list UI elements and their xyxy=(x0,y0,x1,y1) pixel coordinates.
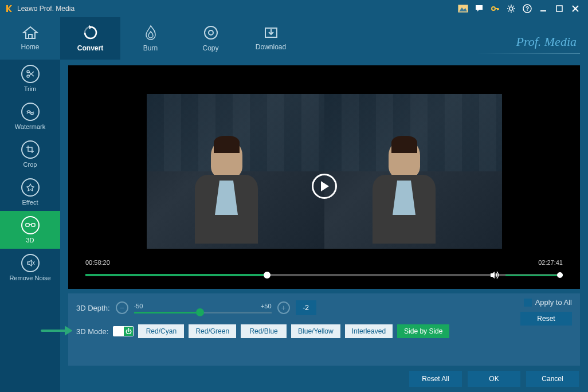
ok-button[interactable]: OK xyxy=(468,371,520,387)
sidebar-item-remove-noise[interactable]: Remove Noise xyxy=(0,249,60,287)
svg-text:?: ? xyxy=(526,6,529,12)
reset-all-button[interactable]: Reset All xyxy=(409,371,462,387)
crop-icon xyxy=(21,140,40,159)
svg-point-2 xyxy=(492,7,495,10)
sidebar-label: Crop xyxy=(23,161,37,168)
edit-sidebar: Trim Watermark Crop Effect 3D Remove Noi… xyxy=(0,60,60,392)
play-button[interactable] xyxy=(312,174,337,199)
tab-copy[interactable]: Copy xyxy=(181,17,241,60)
sidebar-label: Trim xyxy=(24,85,37,92)
sidebar-item-watermark[interactable]: Watermark xyxy=(0,97,60,135)
svg-rect-14 xyxy=(32,224,35,226)
sidebar-item-crop[interactable]: Crop xyxy=(0,135,60,173)
video-preview: 00:58:20 02:27:41 xyxy=(68,65,580,289)
svg-rect-7 xyxy=(556,6,562,11)
volume-slider[interactable] xyxy=(505,275,563,276)
tab-burn[interactable]: Burn xyxy=(120,17,181,60)
mode-side-by-side[interactable]: Side by Side xyxy=(397,324,449,338)
chat-icon[interactable] xyxy=(473,3,485,14)
svg-point-3 xyxy=(509,7,513,10)
svg-point-8 xyxy=(205,26,217,39)
mode-interleaved[interactable]: Interleaved xyxy=(345,324,393,338)
svg-point-12 xyxy=(27,75,29,77)
svg-rect-13 xyxy=(26,224,29,226)
svg-point-9 xyxy=(209,30,213,35)
sidebar-label: Watermark xyxy=(15,123,45,130)
tab-label: Convert xyxy=(77,44,103,52)
apply-all-checkbox[interactable] xyxy=(524,299,532,307)
depth-max-label: +50 xyxy=(261,303,272,309)
svg-point-11 xyxy=(27,70,29,73)
total-time: 02:27:41 xyxy=(538,259,563,266)
play-icon xyxy=(321,181,329,191)
burn-icon xyxy=(144,25,158,41)
sidebar-label: Effect xyxy=(22,199,38,206)
gear-icon[interactable] xyxy=(505,3,517,14)
brand-underline xyxy=(477,53,580,54)
sidebar-label: Remove Noise xyxy=(9,275,50,281)
effect-icon xyxy=(21,178,40,197)
mode-red-green[interactable]: Red/Green xyxy=(189,324,236,338)
tab-home[interactable]: Home xyxy=(0,17,60,60)
tab-download[interactable]: Download xyxy=(241,17,301,60)
key-icon[interactable] xyxy=(489,3,501,14)
tab-label: Home xyxy=(21,43,39,51)
tab-label: Burn xyxy=(143,44,158,52)
sidebar-item-trim[interactable]: Trim xyxy=(0,60,60,97)
mode-red-cyan[interactable]: Red/Cyan xyxy=(138,324,184,338)
video-frame-left xyxy=(147,94,324,249)
titlebar: Leawo Prof. Media ? xyxy=(0,0,588,17)
home-icon xyxy=(22,26,38,40)
watermark-icon xyxy=(21,103,40,121)
video-frame-right xyxy=(324,94,502,249)
close-icon[interactable] xyxy=(570,3,581,14)
apply-all-label: Apply to All xyxy=(535,298,572,307)
minimize-icon[interactable] xyxy=(538,3,549,14)
maximize-icon[interactable] xyxy=(554,3,565,14)
depth-label: 3D Depth: xyxy=(76,304,110,312)
volume-icon[interactable] xyxy=(489,271,500,280)
3d-glasses-icon xyxy=(21,216,40,234)
depth-increase-button[interactable]: + xyxy=(277,301,290,314)
sidebar-item-3d[interactable]: 3D xyxy=(0,211,60,249)
reset-button[interactable]: Reset xyxy=(520,312,572,326)
brand-text: Prof. Media xyxy=(516,34,577,49)
3d-controls-panel: 3D Depth: − -50+50 + -2 3D Mode: ⏻ Red/C… xyxy=(68,293,580,366)
3d-mode-toggle[interactable]: ⏻ xyxy=(113,326,134,336)
tab-label: Download xyxy=(256,43,286,51)
copy-icon xyxy=(203,25,219,41)
remove-noise-icon xyxy=(21,254,40,272)
app-title: Leawo Prof. Media xyxy=(17,5,75,13)
convert-icon xyxy=(83,25,99,41)
tab-convert[interactable]: Convert xyxy=(60,17,120,60)
sidebar-item-effect[interactable]: Effect xyxy=(0,173,60,211)
mode-label: 3D Mode: xyxy=(76,327,108,336)
svg-rect-6 xyxy=(540,10,546,11)
mode-blue-yellow[interactable]: Blue/Yellow xyxy=(291,324,340,338)
depth-value: -2 xyxy=(296,300,316,315)
main-toolbar: Home Convert Burn Copy Download Prof. Me… xyxy=(0,17,588,60)
mode-red-blue[interactable]: Red/Blue xyxy=(241,324,287,338)
scissors-icon xyxy=(21,65,40,83)
depth-decrease-button[interactable]: − xyxy=(116,301,128,314)
depth-min-label: -50 xyxy=(134,303,143,309)
cancel-button[interactable]: Cancel xyxy=(526,371,579,387)
depth-slider[interactable]: -50+50 xyxy=(134,303,272,313)
help-icon[interactable]: ? xyxy=(522,3,533,14)
download-icon xyxy=(263,26,279,40)
tab-label: Copy xyxy=(202,44,218,52)
pointer-arrow-icon xyxy=(41,326,72,336)
dialog-footer: Reset All OK Cancel xyxy=(60,366,588,392)
image-icon[interactable] xyxy=(457,3,469,14)
sidebar-label: 3D xyxy=(26,237,34,244)
current-time: 00:58:20 xyxy=(85,259,110,266)
app-logo-icon xyxy=(5,4,14,13)
